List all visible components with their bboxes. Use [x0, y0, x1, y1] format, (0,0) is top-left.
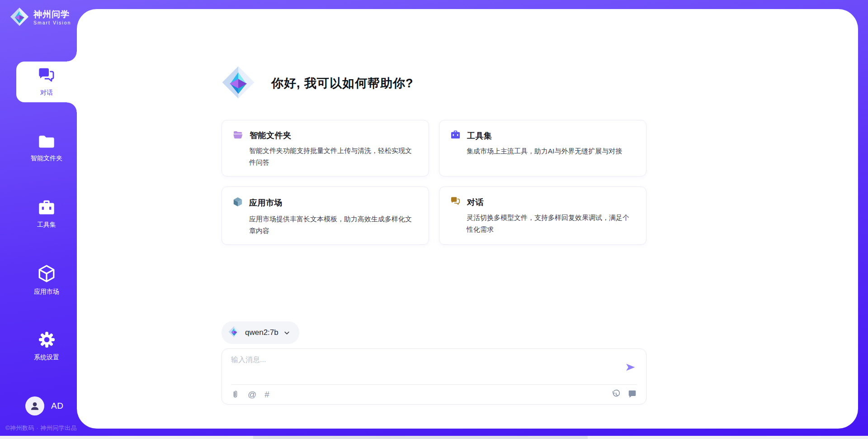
chat-bubble-icon: [627, 390, 637, 399]
sidebar-item-app-market[interactable]: 应用市场: [16, 260, 77, 301]
sidebar-item-label: 智能文件夹: [31, 154, 62, 162]
model-name: qwen2:7b: [245, 328, 278, 337]
cube-icon: [38, 264, 55, 285]
brand-subtitle: Smart Vision: [33, 20, 71, 25]
history-button[interactable]: [611, 390, 620, 399]
chat-bubble-button[interactable]: [627, 390, 637, 399]
cube-grid-icon: [233, 196, 243, 209]
message-input-card: @ #: [222, 348, 646, 405]
hashtag-icon: #: [264, 390, 269, 399]
sidebar-item-label: 对话: [40, 89, 53, 97]
chat-icon: [450, 196, 461, 208]
brand-diamond-icon: [228, 326, 240, 339]
card-title: 智能文件夹: [250, 130, 292, 141]
brand-logo: 神州问学 Smart Vision: [10, 7, 71, 28]
sidebar-item-label: 应用市场: [34, 288, 59, 296]
avatar: [25, 396, 44, 415]
card-chat[interactable]: 对话 灵活切换多模型文件，支持多样回复效果调试，满足个性化需求: [439, 186, 646, 245]
mention-icon: @: [248, 390, 256, 399]
send-button[interactable]: [624, 361, 637, 374]
user-name: AD: [51, 401, 63, 411]
card-app-market[interactable]: 应用市场 应用市场提供丰富长文本模板，助力高效生成多样化文章内容: [222, 186, 429, 245]
sidebar-item-settings[interactable]: 系统设置: [16, 326, 77, 367]
card-title: 应用市场: [249, 197, 283, 208]
main-content: 你好, 我可以如何帮助你? 智能文件夹 智能文件夹功能支持批量文件上传与清洗，轻…: [222, 0, 646, 405]
sidebar-footer: ©神州数码 · 神州问学出品: [5, 424, 77, 432]
brand-diamond-icon: [222, 66, 255, 101]
attach-file-button[interactable]: [231, 390, 240, 399]
card-toolset[interactable]: 工具集 集成市场上主流工具，助力AI与外界无缝扩展与对接: [439, 120, 646, 177]
sidebar-item-smart-folder[interactable]: 智能文件夹: [16, 128, 77, 168]
folder-icon: [38, 134, 56, 151]
sidebar-item-label: 系统设置: [34, 353, 59, 362]
paperclip-icon: [231, 390, 240, 399]
chat-icon: [38, 67, 56, 86]
feature-cards: 智能文件夹 智能文件夹功能支持批量文件上传与清洗，轻松实现文件问答 工具集 集成…: [222, 120, 646, 245]
sidebar-item-toolset[interactable]: 工具集: [16, 194, 77, 234]
composer: qwen2:7b: [222, 321, 646, 405]
chevron-down-icon: [283, 329, 290, 336]
card-description: 灵活切换多模型文件，支持多样回复效果调试，满足个性化需求: [467, 212, 635, 235]
brand-name: 神州问学: [33, 10, 71, 19]
sidebar-item-chat[interactable]: 对话: [16, 62, 77, 102]
app-root: 神州问学 Smart Vision 对话: [0, 0, 868, 439]
briefcase-icon: [450, 130, 461, 141]
card-description: 集成市场上主流工具，助力AI与外界无缝扩展与对接: [467, 145, 635, 157]
horizontal-scrollbar-track: [0, 436, 868, 439]
card-smart-folder[interactable]: 智能文件夹 智能文件夹功能支持批量文件上传与清洗，轻松实现文件问答: [222, 120, 429, 177]
send-icon: [625, 362, 636, 373]
sidebar-nav: 对话 智能文件夹 工具集: [0, 62, 77, 367]
card-title: 工具集: [467, 130, 492, 141]
hashtag-button[interactable]: #: [264, 390, 269, 399]
folder-open-icon: [233, 130, 243, 141]
horizontal-scrollbar-thumb[interactable]: [253, 436, 588, 439]
greeting-heading: 你好, 我可以如何帮助你?: [271, 75, 414, 91]
greeting-row: 你好, 我可以如何帮助你?: [222, 66, 646, 101]
mention-button[interactable]: @: [248, 390, 256, 399]
model-selector[interactable]: qwen2:7b: [222, 321, 299, 344]
card-title: 对话: [467, 197, 484, 208]
sidebar-item-label: 工具集: [37, 221, 56, 229]
history-icon: [611, 390, 620, 399]
card-description: 智能文件夹功能支持批量文件上传与清洗，轻松实现文件问答: [249, 145, 418, 168]
sidebar: 神州问学 Smart Vision 对话: [0, 0, 77, 439]
user-account-button[interactable]: AD: [25, 396, 63, 415]
card-description: 应用市场提供丰富长文本模板，助力高效生成多样化文章内容: [249, 213, 418, 236]
toolbox-icon: [38, 199, 56, 218]
message-input[interactable]: [231, 355, 624, 382]
gear-icon: [38, 331, 56, 350]
brand-diamond-icon: [10, 7, 29, 28]
input-divider: [231, 384, 637, 385]
